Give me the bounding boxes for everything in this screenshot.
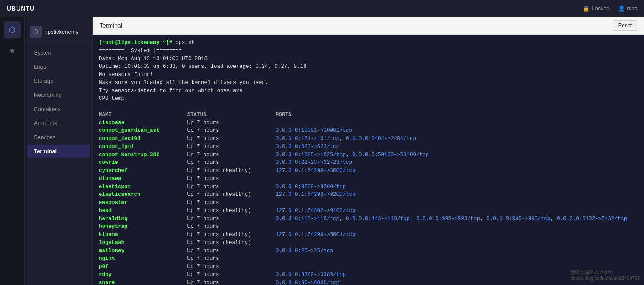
terminal-title: Terminal (100, 22, 122, 29)
reset-button[interactable]: Reset (613, 20, 637, 31)
terminal-header: Terminal Reset (93, 17, 644, 35)
icon-bar-dashboard[interactable]: ◉ (4, 42, 21, 59)
sidebar: ⬡ lipstickenemy System Logs Storage Netw… (25, 17, 93, 285)
sidebar-item-terminal[interactable]: Terminal (27, 145, 90, 158)
server-name: lipstickenemy (45, 29, 78, 35)
sidebar-server: ⬡ lipstickenemy (25, 21, 92, 42)
terminal-output: [root@lipstickenemy:~]# dps.sh ========|… (99, 39, 638, 285)
locked-status: 🔒 Locked (583, 5, 610, 12)
watermark: @稀土掘金技术社区 https://blog.csdn.net/u0134697… (570, 269, 640, 281)
user-status: 👤 tsec (618, 5, 637, 12)
icon-bar: ⬡ ◉ (0, 17, 25, 285)
lock-icon: 🔒 (583, 5, 589, 12)
sidebar-item-containers[interactable]: Containers (27, 102, 90, 116)
server-icon: ⬡ (30, 26, 42, 38)
topbar: UBUNTU 🔒 Locked 👤 tsec (0, 0, 644, 17)
terminal-body[interactable]: [root@lipstickenemy:~]# dps.sh ========|… (93, 35, 644, 285)
icon-bar-server[interactable]: ⬡ (4, 21, 21, 38)
sidebar-item-accounts[interactable]: Accounts (27, 116, 90, 130)
sidebar-item-storage[interactable]: Storage (27, 74, 90, 87)
sidebar-item-system[interactable]: System (27, 46, 90, 59)
main-layout: ⬡ ◉ ⬡ lipstickenemy System Logs Storage … (0, 17, 644, 285)
sidebar-item-logs[interactable]: Logs (27, 60, 90, 73)
topbar-actions: 🔒 Locked 👤 tsec (583, 5, 637, 12)
sidebar-item-services[interactable]: Services (27, 131, 90, 144)
content-area: Terminal Reset [root@lipstickenemy:~]# d… (93, 17, 644, 285)
app-title: UBUNTU (7, 5, 34, 12)
sidebar-item-networking[interactable]: Networking (27, 88, 90, 102)
user-icon: 👤 (618, 5, 625, 12)
